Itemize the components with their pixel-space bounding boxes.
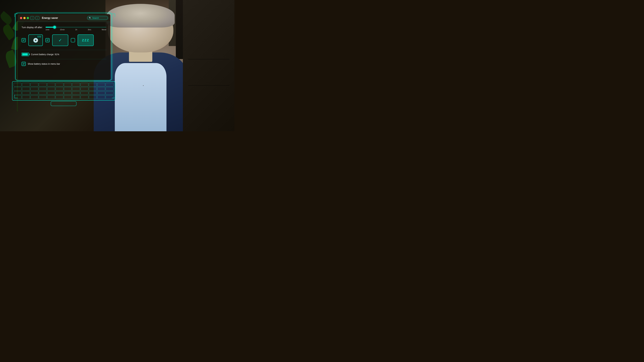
right-shelf [183,0,234,131]
menu-bar-checkmark: ✓ [23,63,25,65]
checkbox-1[interactable]: ✓ [22,38,26,42]
window-title: Energy saver [42,16,84,19]
display-slider-track[interactable] [46,27,106,28]
checkbox-3[interactable] [71,38,75,42]
forward-button[interactable]: > [36,16,39,20]
monitor-zzz-box: ZZZ [78,34,94,46]
slider-label-15min: 15min [60,29,65,30]
hdd-icon: 💿 [33,38,38,43]
divider-2 [22,59,106,59]
hdd-zzz-text: ZZZ [37,35,42,38]
slider-label-never: Never [102,29,106,30]
battery-row: Current battery charge: 91% [22,53,106,56]
search-icon: 🔍 [89,17,91,19]
back-button[interactable]: < [30,16,34,20]
keyboard-grid [12,81,115,100]
laptop-illustration: < > Energy saver 🔍 Search Turn display o… [6,8,115,129]
battery-tip [29,53,30,55]
display-off-row: Turn display off after: 1min 15min 1h 3h… [22,25,106,30]
person-shirt [115,63,166,131]
shelf-line-2 [188,85,229,86]
checkmark-1: ✓ [23,39,25,41]
display-slider-container: 1min 15min 1h 3hrs Never [46,25,106,30]
corner-tr [112,14,115,17]
monitor-zzz-text: ZZZ [82,38,89,42]
battery-fill [22,53,28,55]
title-bar: < > Energy saver 🔍 Search [18,14,110,22]
corner-tl [14,14,18,17]
slider-label-1h: 1h [75,29,77,30]
monitor-check-box: ✓ [52,34,68,46]
display-label: Turn display off after: [22,26,43,29]
close-button[interactable] [20,17,22,19]
checkbox-2[interactable]: ✓ [46,38,50,42]
icons-row: ✓ 💿 ZZZ ✓ ✓ [22,34,106,46]
search-placeholder: Search [92,17,99,19]
mac-window: < > Energy saver 🔍 Search Turn display o… [18,14,110,80]
slider-label-1min: 1min [46,29,50,30]
traffic-lights [20,17,29,19]
menu-bar-row: ✓ Show battery status in menu bar [22,62,106,66]
laptop-keyboard [9,81,118,110]
hdd-icon-box: 💿 ZZZ [28,34,43,46]
slider-thumb[interactable] [53,26,56,29]
menu-bar-label: Show battery status in menu bar [28,63,60,65]
battery-label: Current battery charge: 91% [31,53,59,56]
battery-icon [22,53,29,56]
monitor-check-icon: ✓ [58,38,62,43]
touchpad[interactable] [51,101,76,106]
search-bar[interactable]: 🔍 Search [87,16,108,20]
shelf-line-1 [188,59,229,59]
slider-label-3hrs: 3hrs [88,29,91,30]
person-hair [106,4,174,27]
content-area: Turn display off after: 1min 15min 1h 3h… [18,22,110,69]
maximize-button[interactable] [27,17,29,19]
menu-bar-checkbox[interactable]: ✓ [22,62,26,66]
slider-labels: 1min 15min 1h 3hrs Never [46,29,106,30]
minimize-button[interactable] [23,17,26,19]
checkmark-2: ✓ [46,39,48,41]
